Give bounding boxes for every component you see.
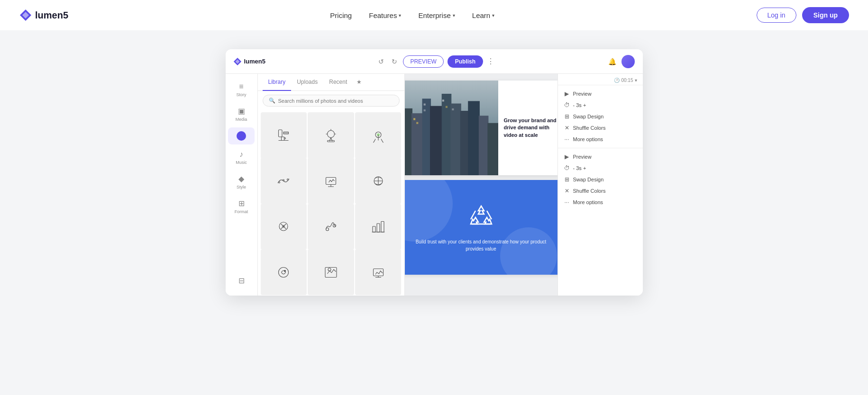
tab-uploads[interactable]: Uploads [291, 74, 323, 91]
features-chevron-icon: ▾ [399, 13, 401, 18]
shuffle-icon-2: ✕ [564, 188, 570, 194]
more-options-icon[interactable]: ⋮ [487, 57, 494, 66]
music-icon: ♪ [239, 150, 243, 159]
search-icon: 🔍 [269, 98, 275, 104]
notifications-icon[interactable]: 🔔 [605, 55, 619, 68]
svg-point-37 [279, 267, 289, 277]
media-cell-1[interactable] [261, 112, 307, 159]
action-preview-1[interactable]: ▶ Preview [558, 88, 643, 99]
mockup-topbar: lumen5 ↺ ↻ PREVIEW Publish ⋮ 🔔 [226, 49, 643, 74]
media-cell-7[interactable] [261, 204, 307, 250]
navbar: lumen5 Pricing Features ▾ Enterprise ▾ L… [0, 0, 868, 30]
preview-button[interactable]: PREVIEW [403, 55, 443, 68]
play-icon-2: ▶ [564, 153, 570, 160]
svg-rect-56 [413, 118, 415, 120]
media-search-bar: 🔍 [263, 95, 400, 107]
sidebar-item-format[interactable]: ⊞ Format [228, 195, 255, 218]
nav-enterprise[interactable]: Enterprise ▾ [418, 11, 455, 19]
svg-rect-17 [327, 140, 334, 142]
canvas-scroll: 1 [405, 74, 557, 296]
media-cell-12[interactable] [355, 249, 402, 296]
media-cell-5[interactable] [308, 158, 354, 204]
undo-button[interactable]: ↺ [376, 56, 386, 67]
logo[interactable]: lumen5 [19, 9, 68, 22]
slide-1[interactable]: Grow your brand and drive demand with vi… [405, 81, 557, 175]
sidebar-item-story[interactable]: ≡ Story [228, 79, 255, 101]
slide-2-container: 2 [405, 180, 557, 275]
svg-point-23 [287, 179, 289, 180]
svg-rect-58 [423, 104, 425, 106]
media-cell-11[interactable] [308, 249, 354, 296]
tab-favorites[interactable]: ★ [353, 74, 365, 90]
signup-button[interactable]: Sign up [802, 7, 849, 23]
canvas-area: 1 [405, 74, 557, 296]
media-cell-4[interactable] [261, 158, 307, 204]
action-more-1[interactable]: ··· More options [558, 134, 643, 145]
mockup-topbar-actions: ↺ ↻ PREVIEW Publish ⋮ [376, 55, 494, 68]
learn-chevron-icon: ▾ [492, 13, 494, 18]
action-timer-1[interactable]: ⏱ - 3s + [558, 99, 643, 111]
svg-rect-33 [373, 226, 375, 232]
slide-1-actions: ▶ Preview ⏱ - 3s + ⊞ Swap Design ✕ Shuff… [558, 85, 643, 148]
more-icon-1: ··· [564, 136, 570, 143]
media-grid [258, 110, 404, 296]
media-panel: Library Uploads Recent ★ 🔍 [258, 74, 405, 296]
action-shuffle-colors-1[interactable]: ✕ Shuffle Colors [558, 122, 643, 134]
svg-point-10 [327, 130, 334, 137]
login-button[interactable]: Log in [757, 8, 796, 23]
publish-button[interactable]: Publish [448, 55, 483, 68]
avatar[interactable] [621, 55, 635, 68]
sidebar-item-active[interactable] [228, 127, 255, 144]
svg-rect-62 [452, 108, 454, 110]
media-cell-3[interactable] [355, 112, 402, 159]
svg-rect-55 [487, 123, 498, 175]
redo-button[interactable]: ↻ [390, 56, 399, 67]
timer-icon-2: ⏱ [564, 165, 570, 171]
svg-point-31 [326, 228, 329, 231]
tab-library[interactable]: Library [263, 74, 292, 91]
tab-recent[interactable]: Recent [323, 74, 353, 91]
action-timer-2[interactable]: ⏱ - 3s + [558, 162, 643, 174]
nav-learn[interactable]: Learn ▾ [472, 11, 494, 19]
nav-pricing[interactable]: Pricing [330, 11, 352, 19]
action-swap-design-2[interactable]: ⊞ Swap Design [558, 174, 643, 185]
sidebar-item-extra[interactable]: ⊟ [228, 272, 255, 289]
action-shuffle-colors-2[interactable]: ✕ Shuffle Colors [558, 185, 643, 197]
nav-actions: Log in Sign up [757, 7, 849, 23]
sidebar-item-style[interactable]: ◆ Style [228, 171, 255, 193]
media-cell-2[interactable] [308, 112, 354, 159]
action-swap-design-1[interactable]: ⊞ Swap Design [558, 111, 643, 122]
svg-rect-52 [460, 111, 469, 175]
right-panel: 🕐 00:15 ▾ ▶ Preview ⏱ - 3s + [557, 74, 643, 296]
sidebar-item-music[interactable]: ♪ Music [228, 146, 255, 169]
active-indicator [237, 131, 246, 141]
media-cell-8[interactable] [308, 204, 354, 250]
sidebar-left: ≡ Story ▣ Media ♪ Music ◆ Style [226, 74, 258, 296]
svg-rect-49 [430, 106, 443, 175]
sidebar-item-media[interactable]: ▣ Media [228, 103, 255, 126]
slide-1-headline: Grow your brand and drive demand with vi… [504, 117, 557, 139]
svg-rect-59 [423, 109, 425, 111]
mockup-logo: lumen5 [233, 57, 266, 66]
action-preview-2[interactable]: ▶ Preview [558, 151, 643, 162]
svg-rect-4 [279, 130, 283, 137]
svg-rect-34 [377, 224, 380, 232]
action-more-2[interactable]: ··· More options [558, 197, 643, 208]
media-cell-9[interactable] [355, 204, 402, 250]
extra-icon: ⊟ [238, 276, 245, 285]
slide-2-text: Build trust with your clients and demons… [405, 238, 557, 252]
search-input[interactable] [278, 98, 393, 104]
enterprise-chevron-icon: ▾ [453, 13, 455, 18]
slide-1-image [405, 81, 498, 175]
timer-chevron-icon: ▾ [635, 78, 637, 83]
svg-point-22 [283, 180, 284, 181]
nav-features[interactable]: Features ▾ [369, 11, 401, 19]
swap-icon-2: ⊞ [564, 176, 570, 183]
slide-1-container: 1 [405, 81, 557, 175]
media-cell-6[interactable] [355, 158, 402, 204]
timer-badge: 🕐 00:15 ▾ [614, 78, 637, 83]
slide-2[interactable]: Build trust with your clients and demons… [405, 180, 557, 275]
svg-point-40 [328, 268, 331, 271]
media-cell-10[interactable] [261, 249, 307, 296]
swap-icon-1: ⊞ [564, 113, 570, 120]
